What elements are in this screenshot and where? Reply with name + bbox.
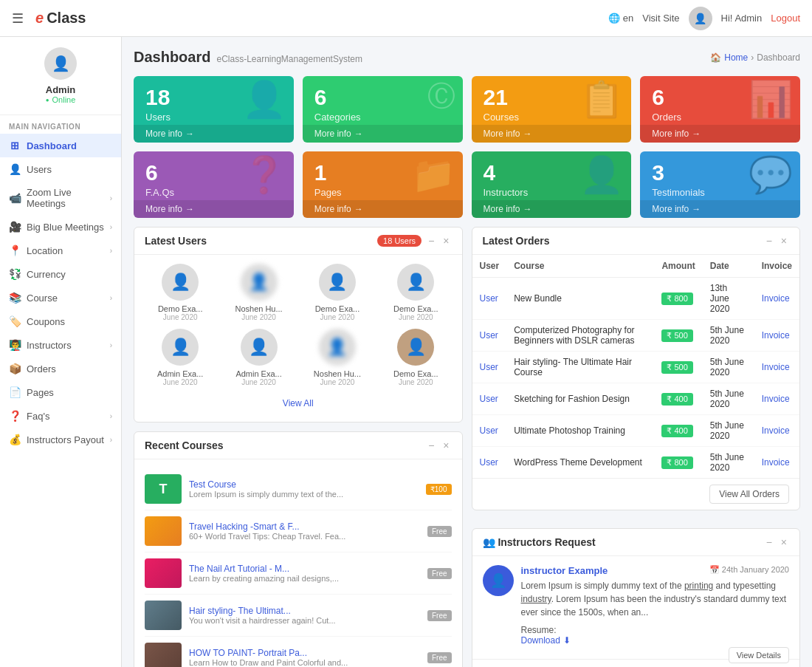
stat-label-pages: Pages bbox=[314, 187, 342, 198]
stat-card-categories[interactable]: 6 Categories Ⓒ More info → bbox=[303, 76, 463, 143]
stat-footer-faqs[interactable]: More info → bbox=[134, 200, 294, 218]
sidebar-item-label: Instructors Payout bbox=[27, 434, 104, 445]
stat-footer-orders[interactable]: More info → bbox=[640, 125, 800, 143]
breadcrumb-home[interactable]: Home bbox=[724, 52, 748, 63]
user-avatar: 👤 bbox=[319, 329, 356, 366]
order-amount-badge: ₹ 400 bbox=[661, 425, 692, 437]
view-all-orders-button[interactable]: View All Orders bbox=[709, 485, 789, 504]
minimize-button[interactable]: − bbox=[764, 536, 774, 548]
stat-label-instructors: Instructors bbox=[484, 187, 529, 198]
stat-card-users[interactable]: 18 Users 👤 More info → bbox=[134, 76, 294, 143]
sidebar-item-location[interactable]: 📍 Location › bbox=[0, 239, 121, 262]
invoice-link[interactable]: Invoice bbox=[762, 293, 790, 304]
breadcrumb: 🏠 Home › Dashboard bbox=[710, 52, 800, 63]
sidebar-item-label: Pages bbox=[27, 387, 54, 398]
course-thumbnail bbox=[145, 558, 182, 588]
stat-card-pages[interactable]: 1 Pages 📁 More info → bbox=[303, 151, 463, 218]
course-thumbnail bbox=[145, 643, 182, 667]
stat-card-instructors[interactable]: 4 Instructors 👤 More info → bbox=[472, 151, 632, 218]
stat-footer-instructors[interactable]: More info → bbox=[472, 200, 632, 218]
download-link[interactable]: Download ⬇ bbox=[521, 635, 790, 646]
stat-footer-users[interactable]: More info → bbox=[134, 125, 294, 143]
faqs-icon: ❓ bbox=[9, 410, 21, 422]
sidebar-item-instructors[interactable]: 👨‍🏫 Instructors › bbox=[0, 333, 121, 357]
stat-card-faqs[interactable]: 6 F.A.Qs ❓ More info → bbox=[134, 151, 294, 218]
order-course: Sketching for Fashion Design bbox=[506, 383, 654, 415]
col-course: Course bbox=[506, 255, 654, 278]
invoice-link[interactable]: Invoice bbox=[762, 330, 790, 341]
sidebar-item-faqs[interactable]: ❓ Faq's › bbox=[0, 404, 121, 428]
close-button[interactable]: × bbox=[441, 439, 451, 451]
stat-footer-courses[interactable]: More info → bbox=[472, 125, 632, 143]
close-button[interactable]: × bbox=[779, 536, 789, 548]
recent-courses-body: T Test Course Lorem Ipsum is simply dumm… bbox=[134, 459, 462, 667]
close-button[interactable]: × bbox=[779, 235, 789, 247]
user-grid: 👤 Demo Exa... June 2020 👤 Noshen Hu... J… bbox=[145, 264, 452, 386]
user-avatar: 👤 bbox=[241, 329, 278, 366]
order-user-link[interactable]: User bbox=[480, 293, 498, 304]
sidebar-item-currency[interactable]: 💱 Currency bbox=[0, 262, 121, 286]
sidebar-item-zoom[interactable]: 📹 Zoom Live Meetings › bbox=[0, 181, 121, 215]
language-selector[interactable]: 🌐 en bbox=[608, 13, 633, 24]
stat-footer-pages[interactable]: More info → bbox=[303, 200, 463, 218]
chevron-right-icon: › bbox=[110, 341, 112, 349]
table-row: User Computerized Photography for Beginn… bbox=[472, 320, 800, 352]
stat-footer-testimonials[interactable]: More info → bbox=[640, 200, 800, 218]
order-user-link[interactable]: User bbox=[480, 425, 498, 436]
invoice-link[interactable]: Invoice bbox=[762, 362, 790, 372]
sidebar-user-avatar: 👤 bbox=[44, 47, 77, 80]
user-avatar: 👤 bbox=[319, 264, 356, 301]
view-all-users-link[interactable]: View All bbox=[145, 394, 452, 413]
logo: eClass bbox=[35, 10, 86, 27]
course-icon: 📚 bbox=[9, 292, 21, 304]
stat-footer-categories[interactable]: More info → bbox=[303, 125, 463, 143]
course-price-badge: ₹100 bbox=[426, 484, 452, 495]
instructor-name-link[interactable]: instructor Example bbox=[521, 565, 608, 576]
invoice-link[interactable]: Invoice bbox=[762, 457, 790, 468]
course-desc: Learn How to Draw and Paint Colorful and… bbox=[189, 658, 420, 667]
view-details-button[interactable]: View Details bbox=[729, 647, 789, 663]
invoice-link[interactable]: Invoice bbox=[762, 425, 790, 436]
sidebar-item-bigblue[interactable]: 🎥 Big Blue Meetings › bbox=[0, 215, 121, 239]
stat-number-faqs: 6 bbox=[145, 162, 174, 184]
minimize-button[interactable]: − bbox=[426, 235, 436, 247]
stat-card-orders[interactable]: 6 Orders 📊 More info → bbox=[640, 76, 800, 143]
user-card: 👤 Demo Exa... June 2020 bbox=[145, 264, 216, 321]
course-desc: 60+ World Travel Tips: Cheap Travel. Fea… bbox=[189, 532, 420, 541]
sidebar-item-orders[interactable]: 📦 Orders bbox=[0, 357, 121, 380]
sidebar-item-label: Coupons bbox=[27, 316, 65, 327]
logout-button[interactable]: Logout bbox=[771, 13, 800, 24]
hamburger-icon[interactable]: ☰ bbox=[12, 10, 24, 27]
left-panels: Latest Users 18 Users − × 👤 Demo Exa... bbox=[134, 227, 463, 667]
minimize-button[interactable]: − bbox=[764, 235, 774, 247]
sidebar-item-pages[interactable]: 📄 Pages bbox=[0, 380, 121, 404]
pages-stat-icon: 📁 bbox=[411, 157, 455, 193]
sidebar-item-users[interactable]: 👤 Users bbox=[0, 157, 121, 181]
invoice-link[interactable]: Invoice bbox=[762, 394, 790, 404]
order-user-link[interactable]: User bbox=[480, 394, 498, 404]
order-user-link[interactable]: User bbox=[480, 330, 498, 341]
course-desc: You won't visit a hairdresser again! Cut… bbox=[189, 616, 420, 625]
order-user-link[interactable]: User bbox=[480, 362, 498, 372]
sidebar-item-payout[interactable]: 💰 Instructors Payout › bbox=[0, 428, 121, 451]
order-date: 5th June 2020 bbox=[703, 447, 754, 479]
table-row: User New Bundle ₹ 800 13th June 2020 Inv… bbox=[472, 278, 800, 320]
sidebar-item-course[interactable]: 📚 Course › bbox=[0, 286, 121, 309]
order-user-link[interactable]: User bbox=[480, 457, 498, 468]
order-date: 5th June 2020 bbox=[703, 415, 754, 447]
instructor-avatar: 👤 bbox=[483, 565, 514, 596]
stat-card-testimonials[interactable]: 3 Testimonials 💬 More info → bbox=[640, 151, 800, 218]
close-button[interactable]: × bbox=[441, 235, 451, 247]
stats-row-2: 6 F.A.Qs ❓ More info → 1 Pages 📁 bbox=[134, 151, 800, 218]
sidebar-item-label: Location bbox=[27, 245, 63, 256]
sidebar-item-coupons[interactable]: 🏷️ Coupons bbox=[0, 309, 121, 333]
orders-icon: 📦 bbox=[9, 363, 21, 374]
visit-site-link[interactable]: Visit Site bbox=[642, 13, 679, 24]
table-row: User Ultimate Photoshop Training ₹ 400 5… bbox=[472, 415, 800, 447]
order-amount-badge: ₹ 500 bbox=[661, 361, 692, 374]
sidebar-item-label: Faq's bbox=[27, 411, 49, 422]
sidebar-item-label: Dashboard bbox=[27, 140, 77, 151]
sidebar-item-dashboard[interactable]: ⊞ Dashboard bbox=[0, 134, 121, 157]
minimize-button[interactable]: − bbox=[426, 439, 436, 451]
stat-card-courses[interactable]: 21 Courses 📋 More info → bbox=[472, 76, 632, 143]
